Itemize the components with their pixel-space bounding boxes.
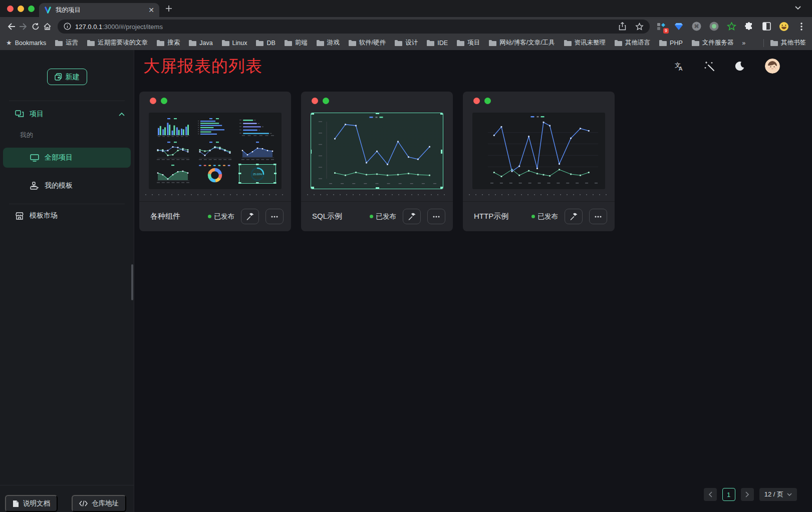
selection-handle[interactable] — [376, 187, 379, 189]
back-icon[interactable] — [5, 19, 17, 34]
more-actions-button[interactable] — [427, 209, 445, 224]
bookmark-folder-item[interactable]: 其他语言 — [614, 39, 650, 47]
current-page-button[interactable]: 1 — [722, 488, 735, 501]
bookmarks-manager-item[interactable]: ★ Bookmarks — [6, 39, 46, 47]
bookmark-folder-item[interactable]: 软件/硬件 — [348, 39, 386, 47]
bookmark-folder-item[interactable]: 近期需要读的文章 — [87, 39, 148, 47]
extension-command-icon[interactable]: ⌘ — [691, 21, 702, 32]
bookmark-folder-item[interactable]: 文件服务器 — [691, 39, 734, 47]
project-card[interactable]: HTTP示例 已发布 — [463, 92, 615, 231]
browser-tab[interactable]: 我的项目 ✕ — [39, 3, 159, 17]
bookmark-folder-label: 软件/硬件 — [359, 39, 386, 47]
tab-close-icon[interactable]: ✕ — [148, 6, 154, 14]
macos-traffic-lights[interactable] — [7, 6, 35, 12]
edit-hammer-button[interactable] — [241, 209, 259, 224]
forward-icon[interactable] — [17, 19, 29, 34]
folder-icon — [456, 40, 464, 46]
repo-button[interactable]: 仓库地址 — [72, 495, 126, 512]
more-actions-button[interactable] — [265, 209, 284, 224]
edit-hammer-button[interactable] — [403, 209, 421, 224]
project-card[interactable]: 25.00% 各种组件 已发布 — [139, 92, 291, 231]
bookmark-folder-item[interactable]: 前端 — [284, 39, 308, 47]
selection-handle[interactable] — [441, 150, 442, 154]
sidebar-group-projects[interactable]: 项目 — [15, 110, 125, 119]
extension-gem-icon[interactable] — [673, 21, 684, 32]
tab-search-chevron-icon[interactable] — [795, 6, 801, 10]
extensions-puzzle-icon[interactable] — [743, 21, 754, 32]
url-bar[interactable]: 127.0.0.1:3000/#/project/items — [58, 20, 650, 34]
bookmark-folder-item[interactable]: 项目 — [456, 39, 480, 47]
selection-handle[interactable] — [311, 187, 314, 189]
browser-menu-icon[interactable] — [796, 21, 807, 32]
reload-icon[interactable] — [30, 19, 42, 34]
app-window: 新建 项目 我的 全部项目 我的模板 模板市场 — [0, 50, 812, 512]
bookmark-folder-label: Java — [199, 40, 212, 47]
new-tab-button[interactable] — [165, 5, 172, 12]
sidebar-item-template-market[interactable]: 模板市场 — [15, 211, 125, 220]
bookmark-folder-item[interactable]: 运营 — [55, 39, 78, 47]
extensions-row: 9 ⌘ — [656, 21, 807, 32]
bookmarks-separator — [763, 39, 764, 47]
bookmark-folder-item[interactable]: Java — [188, 40, 212, 47]
prev-page-button[interactable] — [704, 488, 717, 501]
card-footer: SQL示例 已发布 — [301, 201, 453, 231]
ellipsis-icon — [595, 216, 602, 218]
magic-wand-icon[interactable] — [704, 61, 715, 72]
selection-handle[interactable] — [440, 187, 443, 189]
user-avatar[interactable] — [765, 59, 780, 74]
folder-icon — [691, 40, 699, 46]
folder-icon — [87, 40, 95, 46]
sidebar-footer: 说明文档 仓库地址 — [0, 485, 134, 512]
bookmark-folder-label: 游戏 — [327, 39, 340, 47]
card-preview-image[interactable]: 25.00% — [149, 113, 282, 189]
other-bookmarks-folder[interactable]: 其他书签 — [770, 39, 806, 47]
bookmarks-overflow-chevron[interactable]: » — [742, 40, 745, 47]
extension-green-star-icon[interactable] — [726, 21, 737, 32]
site-info-icon[interactable] — [64, 23, 71, 30]
dark-mode-moon-icon[interactable] — [735, 61, 745, 71]
extension-emoji-icon[interactable] — [778, 21, 789, 32]
sidebar-item-all-projects[interactable]: 全部项目 — [3, 148, 131, 168]
bookmark-folder-item[interactable]: Linux — [221, 40, 247, 47]
selection-handle[interactable] — [440, 113, 443, 115]
bookmark-folder-label: IDE — [437, 40, 448, 47]
card-preview-image[interactable] — [472, 113, 605, 189]
bookmark-folder-item[interactable]: 游戏 — [316, 39, 340, 47]
minimize-window-button[interactable] — [18, 6, 24, 12]
share-icon[interactable] — [619, 22, 626, 31]
extension-blocks-icon[interactable]: 9 — [656, 21, 667, 32]
sidebar-scrollbar[interactable] — [131, 264, 133, 300]
extension-recorder-icon[interactable] — [708, 21, 719, 32]
selection-handle[interactable] — [311, 113, 314, 115]
sidebar-item-label: 全部项目 — [45, 153, 73, 162]
project-card[interactable]: SQL示例 已发布 — [301, 92, 453, 231]
selection-handle[interactable] — [376, 113, 379, 114]
more-actions-button[interactable] — [589, 209, 607, 224]
bookmark-folder-item[interactable]: 搜索 — [156, 39, 180, 47]
status-label: 已发布 — [376, 212, 397, 221]
bookmark-folder-item[interactable]: 设计 — [394, 39, 418, 47]
home-icon[interactable] — [42, 19, 54, 34]
bookmark-star-icon[interactable] — [635, 23, 644, 31]
extension-sidepanel-icon[interactable] — [761, 21, 772, 32]
close-window-button[interactable] — [7, 6, 14, 12]
dotted-separator — [145, 194, 285, 195]
translate-icon[interactable]: 文A — [673, 61, 684, 71]
docs-button[interactable]: 说明文档 — [5, 495, 58, 512]
card-preview-image[interactable] — [311, 113, 443, 189]
bookmark-folder-item[interactable]: 资讯未整理 — [564, 39, 606, 47]
bookmark-folder-item[interactable]: DB — [255, 40, 275, 47]
bookmark-folder-item[interactable]: IDE — [426, 40, 448, 47]
zoom-window-button[interactable] — [28, 6, 35, 12]
new-project-button[interactable]: 新建 — [47, 69, 87, 85]
chevron-up-icon[interactable] — [119, 113, 125, 116]
selection-handle[interactable] — [311, 150, 312, 154]
folder-icon — [284, 40, 292, 46]
bookmark-folder-item[interactable]: PHP — [659, 40, 683, 47]
bookmark-folder-item[interactable]: 网站/博客/文章/工具 — [488, 39, 555, 47]
sidebar-item-my-templates[interactable]: 我的模板 — [3, 176, 131, 196]
page-size-select[interactable]: 12 / 页 — [759, 488, 797, 501]
next-page-button[interactable] — [741, 488, 754, 501]
browser-tab-strip: 我的项目 ✕ — [0, 0, 812, 17]
edit-hammer-button[interactable] — [565, 209, 583, 224]
